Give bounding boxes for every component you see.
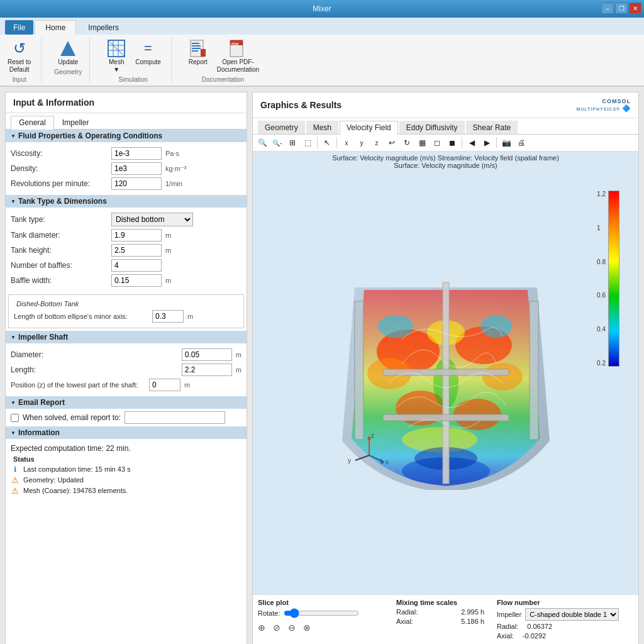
information-section: Expected computation time: 22 min. Statu… xyxy=(6,439,247,499)
email-checkbox[interactable] xyxy=(11,414,19,422)
tank-height-input[interactable] xyxy=(111,244,162,257)
tab-mesh[interactable]: Mesh xyxy=(306,121,338,134)
svg-rect-10 xyxy=(192,48,201,49)
shaft-position-input[interactable] xyxy=(149,379,180,391)
viscosity-input[interactable] xyxy=(111,147,162,160)
impeller-select[interactable]: C-shaped double blade 1 xyxy=(525,608,619,621)
tab-eddy-diffusivity[interactable]: Eddy Diffusivity xyxy=(399,121,465,134)
rotate-icon-1[interactable]: ⊕ xyxy=(258,623,265,633)
shaft-length-input[interactable] xyxy=(182,364,232,376)
ribbon-tab-impellers[interactable]: Impellers xyxy=(77,20,130,35)
tab-geometry[interactable]: Geometry xyxy=(258,121,305,134)
window-title: Mixer xyxy=(313,4,331,13)
ribbon-group-simulation-buttons: Mesh▼ = Compute xyxy=(103,37,164,75)
zoom-out-button[interactable]: 🔍- xyxy=(270,136,284,150)
zoom-box-button[interactable]: ⬚ xyxy=(301,136,314,150)
slice-plot-section: Slice plot Rotate: ⊕ ⊘ ⊖ ⊗ xyxy=(258,599,384,633)
next-button[interactable]: ▶ xyxy=(480,136,494,150)
shaft-diameter-input[interactable] xyxy=(182,348,232,361)
tank-dimensions-section: Tank type: Dished bottom Flat bottom Tan… xyxy=(6,208,247,292)
tab-velocity-field[interactable]: Velocity Field xyxy=(340,121,398,135)
reset-to-default-button[interactable]: ↺ Reset toDefault xyxy=(5,37,33,75)
update-label: Update xyxy=(58,58,78,66)
svg-text:x: x xyxy=(386,458,389,465)
minimize-button[interactable]: – xyxy=(601,3,614,14)
svg-point-26 xyxy=(480,315,512,338)
right-panel-header: Graphics & Results COMSOL MULTIPHYSICS® … xyxy=(253,92,638,118)
email-report-header[interactable]: ▼ Email Report xyxy=(6,396,247,409)
prev-button[interactable]: ◀ xyxy=(465,136,479,150)
flow-axial-row: Axial: -0.0292 xyxy=(497,632,619,640)
axis-z-button[interactable]: z xyxy=(370,136,384,150)
rotate-icon-2[interactable]: ⊘ xyxy=(273,623,280,633)
baffle-width-row: Baffle width: m xyxy=(11,274,242,287)
screenshot-button[interactable]: 📷 xyxy=(499,136,513,150)
rotate-button[interactable]: ↻ xyxy=(400,136,414,150)
restore-button[interactable]: ❐ xyxy=(615,3,628,14)
viscosity-row: Viscosity: Pa·s xyxy=(11,147,242,160)
pdf-icon: PDF xyxy=(228,38,248,58)
baffles-input[interactable] xyxy=(111,259,162,272)
mixing-radial-row: Radial: 2.995 h xyxy=(396,608,484,616)
mesh-button[interactable]: Mesh▼ xyxy=(103,37,130,75)
minor-axis-input[interactable] xyxy=(152,310,184,323)
reset-label: Reset toDefault xyxy=(8,58,31,74)
documentation-group-label: Documentation xyxy=(202,76,244,83)
pdf-label: Open PDF-Documentation xyxy=(217,58,259,74)
tab-general[interactable]: General xyxy=(11,116,54,130)
zoom-in-button[interactable]: 🔍 xyxy=(255,136,269,150)
axis-y-button[interactable]: y xyxy=(355,136,369,150)
solid-button[interactable]: ◼ xyxy=(445,136,459,150)
compute-button[interactable]: = Compute xyxy=(133,37,164,67)
rotate-slider[interactable] xyxy=(284,609,359,618)
viz-area: Surface: Velocity magnitude (m/s) Stream… xyxy=(253,152,638,594)
title-bar: Mixer – ❐ ✕ xyxy=(0,0,644,18)
report-button[interactable]: Report xyxy=(184,37,212,67)
reset-view-button[interactable]: ↩ xyxy=(385,136,399,150)
rotate-icons: ⊕ ⊘ ⊖ ⊗ xyxy=(258,623,384,633)
update-button[interactable]: Update xyxy=(54,37,82,67)
fluid-properties-header[interactable]: ▼ Fluid Properties & Operating Condition… xyxy=(6,130,247,142)
email-label: When solved, email report to: xyxy=(23,413,121,422)
zoom-fit-button[interactable]: ⊞ xyxy=(286,136,299,150)
open-pdf-button[interactable]: PDF Open PDF-Documentation xyxy=(214,37,262,75)
colorbar: 1.2 1 0.8 0.6 0.4 0.2 xyxy=(597,191,619,367)
wireframe-button[interactable]: ◻ xyxy=(430,136,444,150)
toolbar-sep-2 xyxy=(336,137,337,148)
svg-rect-33 xyxy=(530,301,538,440)
window-controls: – ❐ ✕ xyxy=(601,3,641,14)
mixing-axial-value: 5.186 h xyxy=(461,618,484,625)
ribbon-tab-home[interactable]: Home xyxy=(35,20,76,35)
info-icon: ℹ xyxy=(11,465,19,474)
mixing-label: Mixing time scales xyxy=(396,599,484,606)
information-header[interactable]: ▼ Information xyxy=(6,426,247,439)
rotate-icon-3[interactable]: ⊖ xyxy=(288,623,296,633)
baffle-width-input[interactable] xyxy=(111,274,162,287)
svg-rect-12 xyxy=(201,49,206,57)
tab-impeller[interactable]: Impeller xyxy=(54,116,97,129)
axis-x-button[interactable]: x xyxy=(340,136,353,150)
left-tabs: General Impeller xyxy=(6,113,247,130)
status-item-0: ℹ Last computation time: 15 min 43 s xyxy=(11,465,242,474)
impeller-shaft-header[interactable]: ▼ Impeller Shaft xyxy=(6,331,247,343)
graphics-tabs: Geometry Mesh Velocity Field Eddy Diffus… xyxy=(253,118,638,135)
shaft-length-row: Length: m xyxy=(11,364,242,376)
svg-line-6 xyxy=(108,40,125,57)
print-button[interactable]: 🖨 xyxy=(514,136,528,150)
select-button[interactable]: ↖ xyxy=(320,136,334,150)
tank-type-select[interactable]: Dished bottom Flat bottom xyxy=(111,213,193,226)
tank-type-row: Tank type: Dished bottom Flat bottom xyxy=(11,213,242,226)
rotate-icon-4[interactable]: ⊗ xyxy=(303,623,311,633)
close-button[interactable]: ✕ xyxy=(629,3,641,14)
email-input[interactable] xyxy=(125,411,225,424)
grid-button[interactable]: ▦ xyxy=(415,136,429,150)
tank-diameter-row: Tank diameter: m xyxy=(11,229,242,242)
tank-dimensions-header[interactable]: ▼ Tank Type & Dimensions xyxy=(6,195,247,208)
mixing-radial-value: 2.995 h xyxy=(461,608,484,616)
tank-diameter-input[interactable] xyxy=(111,229,162,242)
tab-shear-rate[interactable]: Shear Rate xyxy=(466,121,518,134)
density-input[interactable] xyxy=(111,162,162,175)
ribbon-tab-file[interactable]: File xyxy=(5,20,33,35)
rpm-input[interactable] xyxy=(111,177,162,190)
shaft-diameter-row: Diameter: m xyxy=(11,348,242,361)
